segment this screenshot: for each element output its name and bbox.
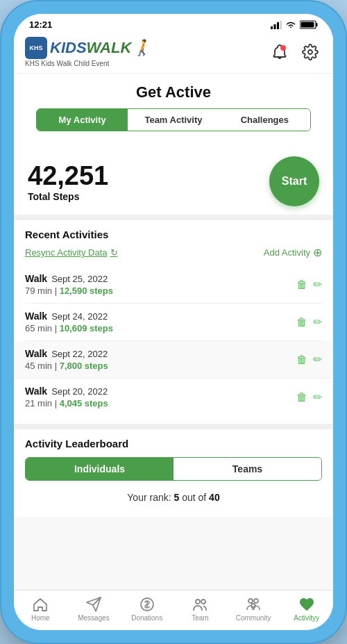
lb-tab-individuals[interactable]: Individuals (26, 458, 174, 480)
steps-info: 42,251 Total Steps (28, 161, 108, 202)
edit-button[interactable]: ✏ (313, 390, 322, 404)
activity-sep: | (55, 361, 60, 371)
delete-button[interactable]: 🗑 (296, 354, 307, 366)
activity-duration: 45 min (25, 361, 52, 371)
activity-duration: 79 min (25, 286, 52, 296)
main-content: Get Active My Activity Team Activity Cha… (14, 74, 333, 590)
khs-logo-icon: KHS (25, 37, 47, 59)
bottom-nav: Home Messages Donations (14, 590, 333, 630)
svg-rect-3 (280, 21, 282, 29)
svg-rect-6 (301, 22, 314, 28)
nav-donations-label: Donations (131, 614, 162, 622)
rank-number: 5 (174, 492, 180, 503)
logo-area: KHS KIDS WALK 🚶 KHS Kids Walk Child Even… (25, 37, 151, 67)
activities-section: Recent Activities Resync Activity Data ↻… (14, 220, 333, 424)
phone-screen: 12:21 (14, 14, 333, 630)
team-icon (192, 596, 208, 613)
activity-sep: | (55, 323, 60, 333)
activity-actions: 🗑 ✏ (296, 353, 322, 366)
svg-point-11 (201, 600, 205, 604)
activity-title-row: Walk Sept 22, 2022 (25, 348, 108, 359)
logo-kids: KIDS (50, 39, 87, 57)
edit-button[interactable]: ✏ (313, 353, 322, 366)
add-activity-label: Add Activity (264, 247, 310, 258)
svg-point-7 (280, 45, 286, 51)
activity-title-row: Walk Sept 24, 2022 (25, 311, 113, 322)
tab-team-activity[interactable]: Team Activity (128, 109, 219, 131)
svg-point-13 (254, 599, 258, 603)
logo-text-area: KIDS WALK 🚶 (50, 39, 151, 57)
page-title: Get Active (25, 83, 322, 101)
rank-total: 40 (209, 492, 220, 503)
status-time: 12:21 (29, 19, 52, 30)
start-button[interactable]: Start (269, 156, 319, 206)
activity-details: 45 min | 7,800 steps (25, 361, 108, 371)
nav-donations[interactable]: Donations (120, 595, 174, 623)
divider-1 (14, 215, 333, 220)
nav-team[interactable]: Team (174, 595, 227, 623)
lb-tab-teams[interactable]: Teams (174, 458, 321, 480)
svg-rect-2 (277, 22, 279, 29)
activity-date: Sept 20, 2022 (51, 386, 108, 397)
activity-left: Walk Sept 22, 2022 45 min | 7,800 steps (25, 348, 108, 371)
activity-left: Walk Sept 24, 2022 65 min | 10,609 steps (25, 311, 113, 333)
tab-my-activity[interactable]: My Activity (37, 109, 128, 131)
activity-sep: | (55, 398, 60, 408)
steps-section: 42,251 Total Steps Start (14, 145, 333, 215)
edit-button[interactable]: ✏ (313, 278, 322, 291)
nav-team-label: Team (192, 614, 208, 622)
status-icons (271, 20, 318, 29)
home-icon (32, 596, 49, 613)
logo-walk: WALK (87, 39, 132, 57)
activity-item: Walk Sept 22, 2022 45 min | 7,800 steps … (14, 341, 333, 379)
signal-icon (271, 21, 282, 29)
nav-messages[interactable]: Messages (67, 595, 121, 623)
activity-actions: 🗑 ✏ (296, 390, 322, 404)
delete-button[interactable]: 🗑 (296, 279, 307, 291)
svg-point-12 (248, 599, 253, 603)
logo-walk-icon: 🚶 (133, 39, 151, 57)
battery-icon (300, 20, 318, 29)
activity-details: 79 min | 12,590 steps (25, 286, 113, 296)
nav-community[interactable]: Community (227, 595, 280, 623)
leaderboard-section: Activity Leaderboard Individuals Teams Y… (14, 429, 333, 517)
wifi-icon (285, 21, 296, 29)
header-icons (268, 40, 322, 64)
activity-type: Walk (25, 273, 47, 284)
delete-button[interactable]: 🗑 (296, 316, 307, 329)
nav-community-label: Community (236, 614, 271, 622)
activity-steps: 4,045 steps (60, 398, 108, 408)
page-title-section: Get Active (14, 74, 333, 108)
activity-icon (298, 596, 315, 613)
activity-duration: 65 min (25, 323, 52, 333)
activity-type: Walk (25, 311, 47, 322)
total-steps-label: Total Steps (28, 191, 108, 202)
delete-button[interactable]: 🗑 (296, 391, 307, 404)
activity-item: Walk Sept 25, 2022 79 min | 12,590 steps… (25, 266, 322, 304)
activity-sep: | (55, 286, 60, 296)
resync-label: Resync Activity Data (25, 247, 108, 258)
nav-activity[interactable]: Activityy (280, 595, 333, 623)
donations-icon (139, 596, 155, 613)
activity-duration: 21 min (25, 398, 52, 408)
nav-activity-label: Activityy (294, 614, 319, 622)
tab-challenges[interactable]: Challenges (219, 109, 310, 131)
status-bar: 12:21 (14, 14, 333, 33)
activity-steps: 7,800 steps (60, 361, 108, 371)
messages-icon (85, 596, 102, 613)
add-activity-link[interactable]: Add Activity ⊕ (264, 246, 322, 259)
settings-button[interactable] (298, 40, 322, 64)
divider-2 (14, 424, 333, 429)
bell-button[interactable] (268, 40, 291, 64)
edit-button[interactable]: ✏ (313, 315, 322, 329)
resync-icon: ↻ (110, 247, 118, 258)
svg-point-10 (196, 600, 200, 604)
svg-point-8 (308, 50, 312, 54)
activity-date: Sept 25, 2022 (51, 274, 108, 284)
activity-title-row: Walk Sept 25, 2022 (25, 273, 113, 284)
logo-subtitle: KHS Kids Walk Child Event (25, 60, 151, 67)
resync-link[interactable]: Resync Activity Data ↻ (25, 247, 118, 258)
svg-rect-5 (316, 23, 318, 26)
nav-home[interactable]: Home (14, 595, 67, 623)
activity-item: Walk Sept 24, 2022 65 min | 10,609 steps… (25, 304, 322, 341)
